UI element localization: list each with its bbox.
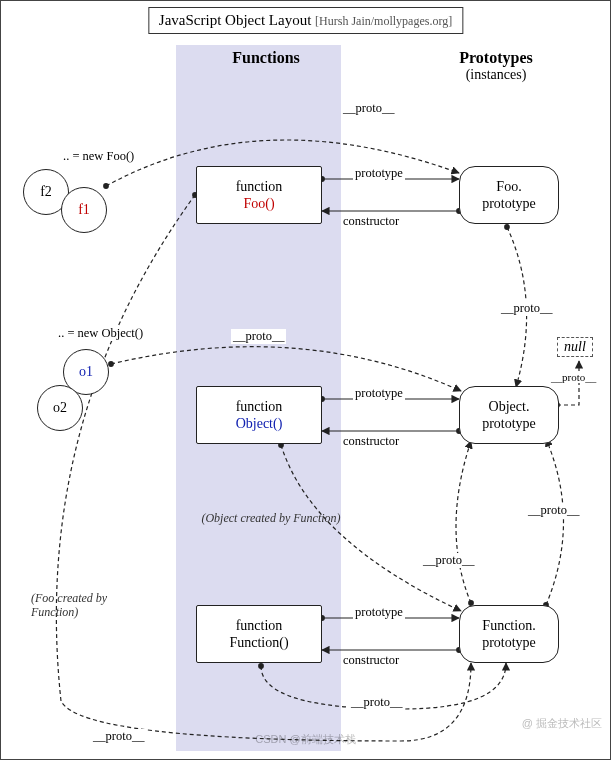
- note-foo-created: (Foo created by Function): [31, 591, 141, 620]
- foo-proto-line1: Foo.: [496, 178, 521, 196]
- edge-func-prototype: prototype: [353, 605, 405, 620]
- node-function-foo: function Foo(): [196, 166, 322, 224]
- label-new-foo: .. = new Foo(): [61, 149, 136, 164]
- obj-line2: Object(): [236, 415, 283, 433]
- title-bar: JavaScript Object Layout [Hursh Jain/mol…: [148, 7, 463, 34]
- diagram-canvas: JavaScript Object Layout [Hursh Jain/mol…: [0, 0, 611, 760]
- watermark-juejin: @ 掘金技术社区: [522, 716, 602, 731]
- column-header-functions: Functions: [196, 49, 336, 67]
- column-header-prototypes-sub: (instances): [421, 67, 571, 83]
- func-line1: function: [236, 617, 283, 635]
- foo-proto-line2: prototype: [482, 195, 536, 213]
- edge-foo-to-func-proto: __proto__: [91, 729, 146, 744]
- node-null: null: [557, 337, 593, 357]
- column-header-prototypes: Prototypes (instances): [421, 49, 571, 83]
- func-proto-line1: Function.: [482, 617, 535, 635]
- func-line2: Function(): [229, 634, 288, 652]
- obj-proto-line1: Object.: [489, 398, 530, 416]
- edge-proto-f-to-fooproto: __proto__: [341, 101, 396, 116]
- instance-o2: o2: [37, 385, 83, 431]
- func-proto-line2: prototype: [482, 634, 536, 652]
- node-function-function: function Function(): [196, 605, 322, 663]
- edge-funcproto-to-objproto-right: __proto__: [526, 503, 581, 518]
- foo-line1: function: [236, 178, 283, 196]
- instance-f1: f1: [61, 187, 107, 233]
- edge-fooproto-proto: __proto__: [499, 301, 554, 316]
- edge-foo-prototype: prototype: [353, 166, 405, 181]
- label-new-object: .. = new Object(): [56, 326, 145, 341]
- edge-func-self-proto: __proto__: [349, 695, 404, 710]
- watermark-csdn: CSDN @前端技术栈: [255, 732, 355, 747]
- note-object-created: (Object created by Function): [201, 511, 341, 525]
- title-main: JavaScript Object Layout: [159, 12, 311, 28]
- obj-proto-line2: prototype: [482, 415, 536, 433]
- edge-foo-constructor: constructor: [341, 214, 401, 229]
- node-function-prototype: Function. prototype: [459, 605, 559, 663]
- column-header-prototypes-label: Prototypes: [459, 49, 532, 66]
- edge-obj-prototype: prototype: [353, 386, 405, 401]
- edge-funcproto-to-objproto-left: __proto__: [421, 553, 476, 568]
- edge-o-proto: __proto__: [231, 329, 286, 344]
- node-foo-prototype: Foo. prototype: [459, 166, 559, 224]
- node-object-prototype: Object. prototype: [459, 386, 559, 444]
- edge-objproto-null: __proto__: [549, 371, 598, 383]
- edge-obj-constructor: constructor: [341, 434, 401, 449]
- node-function-object: function Object(): [196, 386, 322, 444]
- edge-func-constructor: constructor: [341, 653, 401, 668]
- obj-line1: function: [236, 398, 283, 416]
- title-sub: [Hursh Jain/mollypages.org]: [315, 14, 452, 28]
- foo-line2: Foo(): [243, 195, 274, 213]
